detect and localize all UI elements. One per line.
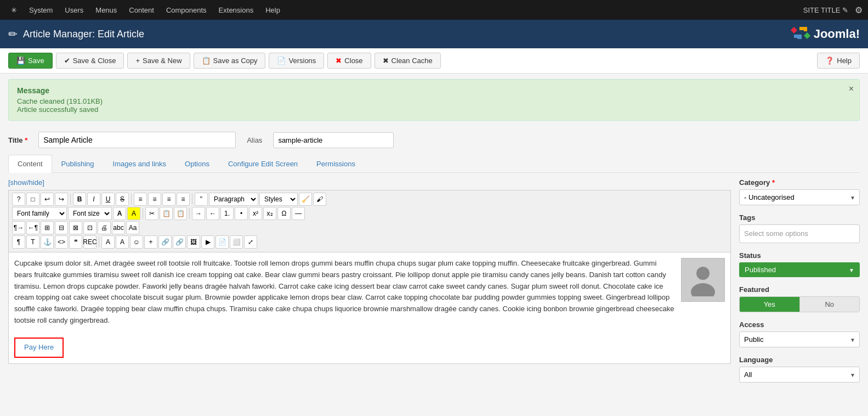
tab-images-links[interactable]: Images and links [104, 155, 176, 173]
nav-menus[interactable]: Menus [90, 0, 122, 20]
editor-special-char-btn[interactable]: Ω [277, 207, 291, 220]
editor-toolbar-row4: ¶ T ⚓ <> ❝ REC A A ☺ + 🔗 🔗 🖼 ▶ 📄 ⬜ [12, 235, 727, 249]
save-button[interactable]: 💾 Save [8, 53, 53, 69]
editor-superscript-btn[interactable]: x² [249, 207, 262, 220]
editor-align-center-btn[interactable]: ≡ [148, 193, 161, 206]
editor-italic-btn[interactable]: I [87, 193, 100, 206]
editor-eraser-btn[interactable]: 🧹 [299, 193, 312, 206]
editor-paragraph-select[interactable]: Paragraph [209, 193, 258, 206]
clean-cache-button[interactable]: ✖ Clean Cache [375, 53, 441, 69]
editor-font-color-btn[interactable]: A [113, 207, 126, 220]
featured-yes-button[interactable]: Yes [740, 297, 799, 312]
editor-highlight-btn[interactable]: A [127, 207, 140, 220]
tab-permissions[interactable]: Permissions [307, 155, 365, 173]
editor-sep6 [99, 237, 99, 248]
editor-abbr-btn[interactable]: REC [83, 235, 97, 249]
editor-link-btn[interactable]: 🔗 [158, 235, 172, 249]
editor-code-btn[interactable]: <> [55, 235, 68, 249]
category-select[interactable]: - Uncategorised [739, 189, 860, 205]
tab-configure-edit-screen[interactable]: Configure Edit Screen [219, 155, 307, 173]
editor-subscript-btn[interactable]: x₂ [263, 207, 276, 220]
editor-underline-btn[interactable]: U [101, 193, 115, 206]
editor-quote2-btn[interactable]: ❝ [69, 235, 82, 249]
editor-align-right-btn[interactable]: ≡ [162, 193, 175, 206]
editor-tbl1-btn[interactable]: ⊞ [41, 221, 54, 234]
toolbar-buttons: 💾 Save ✔ Save & Close + Save & New 📋 Sav… [8, 53, 441, 69]
editor-img-btn[interactable]: 🖼 [187, 235, 200, 249]
editor-font-family-select[interactable]: Font family [12, 207, 67, 220]
editor-paint-btn[interactable]: 🖌 [313, 193, 326, 206]
editor-ol-btn[interactable]: 1. [220, 207, 234, 220]
editor-copy-btn[interactable]: 📋 [160, 207, 173, 220]
title-input[interactable] [38, 132, 236, 148]
nav-users[interactable]: Users [59, 0, 89, 20]
alias-input[interactable] [273, 132, 394, 148]
gear-icon[interactable]: ⚙ [855, 5, 863, 15]
editor-para-mark-btn[interactable]: ¶ [12, 235, 25, 249]
editor-tbl2-btn[interactable]: ⊟ [55, 221, 68, 234]
language-select[interactable]: All [739, 367, 860, 383]
editor-redo-btn[interactable]: ↪ [55, 193, 68, 206]
show-hide-link[interactable]: [show/hide] [8, 178, 731, 187]
save-new-button[interactable]: + Save & New [127, 53, 190, 69]
editor-cut-btn[interactable]: ✂ [145, 207, 158, 220]
nav-system[interactable]: System [24, 0, 58, 20]
editor-align-justify-btn[interactable]: ≡ [177, 193, 190, 206]
editor-blockquote-btn[interactable]: " [195, 193, 208, 206]
nav-extensions[interactable]: Extensions [213, 0, 259, 20]
access-select[interactable]: Public Registered Special [739, 331, 860, 347]
editor-indent-btn[interactable]: → [192, 207, 205, 220]
editor-print-btn[interactable]: 🖨 [98, 221, 111, 234]
editor-anchor-btn[interactable]: ⚓ [41, 235, 54, 249]
editor-fullscreen-btn[interactable]: ⤢ [244, 235, 257, 249]
featured-no-button[interactable]: No [799, 297, 860, 312]
message-close-button[interactable]: × [849, 84, 854, 94]
pay-here-button[interactable]: Pay Here [14, 338, 64, 358]
editor-sub2-btn[interactable]: A [101, 235, 115, 249]
editor-font-size-select[interactable]: Font size [68, 207, 112, 220]
editor-hr-btn[interactable]: — [292, 207, 305, 220]
editor-bold-btn[interactable]: B [73, 193, 86, 206]
editor-visual-btn[interactable]: Aa [126, 221, 139, 234]
save-copy-button[interactable]: 📋 Save as Copy [194, 53, 266, 69]
editor-tbl4-btn[interactable]: ⊡ [83, 221, 97, 234]
versions-button[interactable]: 📄 Versions [269, 53, 324, 69]
tab-content[interactable]: Content [8, 155, 52, 173]
editor-align-left-btn[interactable]: ≡ [134, 193, 147, 206]
editor-strike-btn[interactable]: S [116, 193, 129, 206]
status-select[interactable]: Published Unpublished Archived Trashed [739, 262, 860, 277]
tags-input[interactable]: Select some options [739, 224, 860, 243]
editor-new-doc-btn[interactable]: □ [26, 193, 39, 206]
editor-tbl3-btn[interactable]: ⊠ [69, 221, 82, 234]
editor-source-btn[interactable]: T [26, 235, 39, 249]
editor-media-btn[interactable]: ▶ [201, 235, 214, 249]
tab-publishing[interactable]: Publishing [52, 155, 104, 173]
editor-spell-btn[interactable]: abc [112, 221, 125, 234]
editor-ul-btn[interactable]: • [235, 207, 248, 220]
nav-components[interactable]: Components [161, 0, 212, 20]
editor-emotion-btn[interactable]: ☺ [130, 235, 143, 249]
editor-help-btn[interactable]: ? [12, 193, 25, 206]
nav-content[interactable]: Content [123, 0, 160, 20]
editor-sup2-btn[interactable]: A [116, 235, 129, 249]
editor-insert-btn[interactable]: + [144, 235, 157, 249]
editor-rtl-btn[interactable]: ←¶ [26, 221, 39, 234]
editor-paste-btn[interactable]: 📋 [174, 207, 187, 220]
help-button[interactable]: ❓ Help [817, 53, 860, 69]
header-title: ✏ Article Manager: Edit Article [8, 27, 144, 41]
editor-tpl-btn[interactable]: 📄 [215, 235, 229, 249]
save-close-button[interactable]: ✔ Save & Close [56, 53, 124, 69]
editor-content-area[interactable]: Cupcake ipsum dolor sit. Amet dragée swe… [14, 258, 676, 358]
close-button[interactable]: ✖ Close [327, 53, 371, 69]
tab-options[interactable]: Options [175, 155, 219, 173]
editor-unlink-btn[interactable]: 🔗 [173, 235, 186, 249]
editor-outdent-btn[interactable]: ← [206, 207, 219, 220]
editor-body[interactable]: Cupcake ipsum dolor sit. Amet dragée swe… [8, 252, 731, 364]
editor-styles-select[interactable]: Styles [259, 193, 298, 206]
editor-undo-btn[interactable]: ↩ [41, 193, 54, 206]
editor-iframe-btn[interactable]: ⬜ [230, 235, 243, 249]
editor-ltr-btn[interactable]: ¶→ [12, 221, 25, 234]
site-title[interactable]: SITE TITLE ✎ [803, 6, 848, 14]
joomla-brand[interactable]: ✳ [5, 0, 22, 20]
nav-help[interactable]: Help [260, 0, 286, 20]
